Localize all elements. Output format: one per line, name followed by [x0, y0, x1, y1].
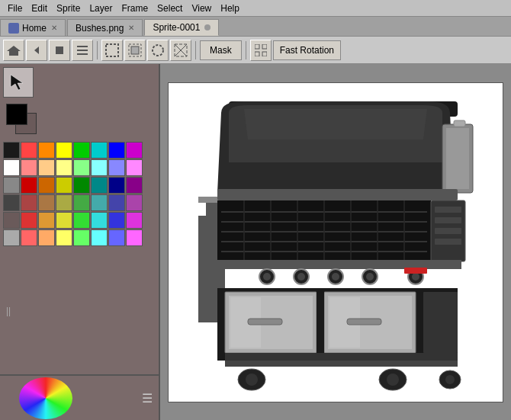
home-toolbar-btn[interactable] [3, 40, 24, 61]
menu-frame[interactable]: Frame [117, 2, 153, 15]
stop-btn[interactable] [49, 40, 70, 61]
palette-cell-38[interactable] [108, 212, 125, 229]
cursor-tool-btn[interactable] [3, 67, 34, 98]
palette-cell-18[interactable] [38, 177, 55, 194]
palette-cell-3[interactable] [56, 142, 72, 159]
palette-cell-45[interactable] [91, 229, 108, 246]
menu-btn[interactable] [72, 40, 93, 61]
palette-grid [3, 142, 156, 246]
palette-cell-46[interactable] [108, 229, 125, 246]
svg-rect-58 [248, 319, 282, 325]
palette-cell-19[interactable] [56, 177, 72, 194]
select-all-btn[interactable] [124, 40, 146, 61]
palette-cell-33[interactable] [21, 212, 37, 229]
palette-cell-34[interactable] [38, 212, 55, 229]
fast-rotation-label: Fast Rotation [280, 45, 334, 56]
svg-rect-39 [435, 207, 461, 213]
palette-cell-42[interactable] [38, 229, 55, 246]
palette-cell-30[interactable] [108, 194, 125, 211]
palette-cell-17[interactable] [21, 177, 37, 194]
svg-marker-17 [11, 75, 23, 90]
color-wheel-area[interactable] [0, 375, 92, 420]
palette-cell-43[interactable] [56, 229, 72, 246]
tab-bushes[interactable]: Bushes.png ✕ [67, 19, 143, 36]
palette-cell-28[interactable] [73, 194, 90, 211]
svg-marker-1 [34, 46, 39, 54]
palette-cell-5[interactable] [91, 142, 108, 159]
canvas-area [160, 64, 511, 420]
palette-cell-29[interactable] [91, 194, 108, 211]
svg-rect-42 [435, 239, 461, 245]
menu-select[interactable]: Select [153, 2, 187, 15]
palette-cell-25[interactable] [21, 194, 37, 211]
palette-cell-32[interactable] [3, 212, 20, 229]
select-magic-btn[interactable] [170, 40, 191, 61]
palette-cell-15[interactable] [126, 159, 143, 176]
palette-cell-26[interactable] [38, 194, 55, 211]
tab-bushes-label: Bushes.png [76, 23, 124, 34]
palette-cell-31[interactable] [126, 194, 143, 211]
foreground-color-swatch[interactable] [6, 104, 27, 125]
palette-cell-44[interactable] [73, 229, 90, 246]
grid-dots-btn[interactable] [250, 40, 272, 61]
palette-cell-13[interactable] [91, 159, 108, 176]
main-area: || ☰ [0, 64, 511, 420]
select-rect-btn[interactable] [101, 40, 123, 61]
tab-home-close[interactable]: ✕ [51, 24, 57, 32]
palette-cell-24[interactable] [3, 194, 20, 211]
palette-cell-9[interactable] [21, 159, 37, 176]
palette-cell-47[interactable] [126, 229, 143, 246]
palette-cell-27[interactable] [56, 194, 72, 211]
select-lasso-btn[interactable] [147, 40, 169, 61]
fast-rotation-btn[interactable]: Fast Rotation [273, 40, 341, 60]
palette-cell-12[interactable] [73, 159, 90, 176]
palette-cell-10[interactable] [38, 159, 55, 176]
palette-cell-39[interactable] [126, 212, 143, 229]
palette-cell-22[interactable] [108, 177, 125, 194]
palette-cell-1[interactable] [21, 142, 37, 159]
palette-cell-8[interactable] [3, 159, 20, 176]
svg-rect-40 [435, 217, 461, 223]
svg-rect-2 [56, 46, 63, 54]
tab-bushes-close[interactable]: ✕ [128, 24, 134, 32]
select-magic-icon [174, 43, 188, 57]
mask-btn[interactable]: Mask [200, 40, 242, 60]
menu-help[interactable]: Help [216, 2, 244, 15]
toolbar-selection-group [101, 40, 191, 61]
palette-cell-16[interactable] [3, 177, 20, 194]
palette-cell-14[interactable] [108, 159, 125, 176]
palette-cell-2[interactable] [38, 142, 55, 159]
palette-cell-20[interactable] [73, 177, 90, 194]
svg-rect-5 [77, 53, 88, 55]
palette-cell-35[interactable] [56, 212, 72, 229]
tab-sprite[interactable]: Sprite-0001 [144, 19, 219, 36]
menu-view[interactable]: View [187, 2, 216, 15]
sprite-canvas [183, 94, 488, 391]
color-wheel[interactable] [19, 377, 72, 419]
tab-home[interactable]: Home ✕ [0, 19, 66, 36]
canvas-inner [168, 82, 503, 402]
palette-cell-7[interactable] [126, 142, 143, 159]
palette-cell-37[interactable] [91, 212, 108, 229]
menu-layer[interactable]: Layer [85, 2, 117, 15]
palette-cell-21[interactable] [91, 177, 108, 194]
svg-rect-3 [77, 46, 88, 47]
menu-file[interactable]: File [3, 2, 27, 15]
palette-cell-11[interactable] [56, 159, 72, 176]
panel-menu-btn[interactable]: ☰ [136, 388, 159, 409]
palette-cell-6[interactable] [108, 142, 125, 159]
palette-cell-4[interactable] [73, 142, 90, 159]
palette-cell-40[interactable] [3, 229, 20, 246]
palette-cell-41[interactable] [21, 229, 37, 246]
tabs-bar: Home ✕ Bushes.png ✕ Sprite-0001 [0, 17, 511, 37]
svg-rect-66 [225, 353, 458, 361]
svg-point-72 [445, 375, 455, 384]
select-lasso-icon [151, 43, 165, 57]
menu-sprite[interactable]: Sprite [52, 2, 85, 15]
prev-btn[interactable] [26, 40, 47, 61]
palette-cell-36[interactable] [73, 212, 90, 229]
palette-cell-23[interactable] [126, 177, 143, 194]
toolbar-sep-2 [195, 41, 196, 59]
menu-edit[interactable]: Edit [27, 2, 52, 15]
palette-cell-0[interactable] [3, 142, 20, 159]
